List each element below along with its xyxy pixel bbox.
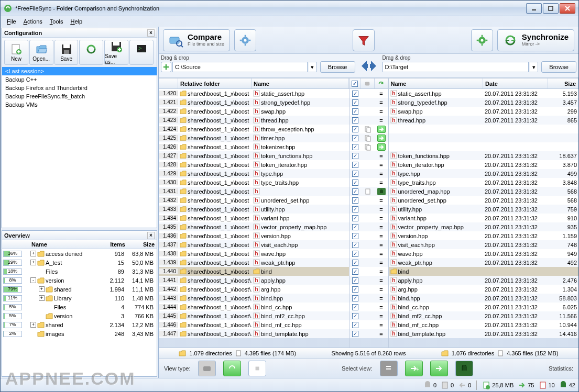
menu-file[interactable]: File [4, 17, 19, 26]
row-checkbox[interactable] [352, 313, 358, 319]
action-row[interactable]: = [349, 285, 388, 294]
table-row[interactable]: hbind_cc.hpp20.07.2011 23:31:326.025 [389, 303, 579, 311]
synchronize-button[interactable]: SynchronizeMirror -> [497, 29, 574, 51]
right-path-dropdown[interactable]: ▾ [530, 62, 538, 72]
action-row[interactable]: = [349, 303, 388, 311]
action-row[interactable]: = [349, 320, 388, 329]
configuration-list[interactable]: <Last session>Backup C++Backup Firefox a… [2, 67, 157, 228]
row-checkbox[interactable] [352, 126, 358, 132]
grid-right-body[interactable]: hstatic_assert.hpp20.07.2011 23:31:325.1… [389, 89, 579, 348]
row-checkbox[interactable] [352, 215, 358, 221]
action-row[interactable]: = [349, 267, 388, 276]
table-row[interactable]: hutility.hpp20.07.2011 23:31:32759 [389, 205, 579, 214]
table-row[interactable]: 1.426shared\boost_1_x\boosthtokenizer.hp… [159, 142, 349, 151]
table-row[interactable]: 1.436shared\boost_1_x\boosthversion.hpp [159, 231, 349, 240]
action-row[interactable]: = [349, 89, 388, 98]
action-row[interactable]: = [349, 160, 388, 169]
overview-row[interactable]: 5%version3766 KB [2, 311, 157, 320]
row-checkbox[interactable] [352, 99, 358, 106]
table-row[interactable]: htoken_functions.hpp20.07.2011 23:31:321… [389, 151, 579, 160]
checkbox-header-icon[interactable] [352, 81, 358, 87]
table-row[interactable]: hunordered_map.hpp20.07.2011 23:31:32568 [389, 187, 579, 196]
filter-button[interactable] [353, 29, 375, 51]
overview-row[interactable]: 11%+Library1101,48 MB [2, 294, 157, 303]
table-row[interactable]: 1.442shared\boost_1_x\boost\...harg.hpp [159, 285, 349, 294]
row-checkbox[interactable] [352, 322, 358, 328]
overview-row[interactable]: 36%+access denied91863,8 MB [2, 249, 157, 258]
table-row[interactable] [389, 142, 579, 151]
table-row[interactable]: 1.447shared\boost_1_x\boost\...hbind_tem… [159, 329, 349, 338]
table-row[interactable]: 1.441shared\boost_1_x\boost\...happly.hp… [159, 276, 349, 285]
compare-settings-button[interactable] [234, 29, 256, 51]
table-row[interactable]: 1.425shared\boost_1_x\boosthtimer.hpp [159, 133, 349, 142]
table-row[interactable]: 1.439shared\boost_1_x\boosthweak_ptr.hpp [159, 258, 349, 267]
table-row[interactable]: 1.431shared\boost_1_x\boosth [159, 187, 349, 196]
table-row[interactable]: 1.421shared\boost_1_x\boosthstrong_typed… [159, 98, 349, 107]
row-checkbox[interactable] [352, 108, 358, 115]
table-row[interactable]: hvector_property_map.hpp20.07.2011 23:31… [389, 222, 579, 231]
table-row[interactable]: 1.428shared\boost_1_x\boosthtoken_iterat… [159, 160, 349, 169]
table-row[interactable]: 1.422shared\boost_1_x\boosthswap.hpp [159, 107, 349, 116]
table-row[interactable]: 1.446shared\boost_1_x\boost\...hbind_mf_… [159, 320, 349, 329]
table-row[interactable]: hwave.hpp20.07.2011 23:31:32949 [389, 249, 579, 258]
maximize-button[interactable] [543, 3, 559, 14]
table-row[interactable]: 1.430shared\boost_1_x\boosthtype_traits.… [159, 178, 349, 187]
action-row[interactable]: = [349, 294, 388, 303]
row-checkbox[interactable] [352, 277, 358, 284]
action-row[interactable]: = [349, 249, 388, 258]
table-row[interactable]: 1.435shared\boost_1_x\boosthvector_prope… [159, 222, 349, 231]
table-row[interactable] [389, 133, 579, 142]
table-row[interactable]: hvisit_each.hpp20.07.2011 23:31:32748 [389, 240, 579, 249]
action-row[interactable] [349, 133, 388, 142]
table-row[interactable]: hthread.hpp20.07.2011 23:31:32865 [389, 116, 579, 125]
action-row[interactable]: = [349, 169, 388, 178]
action-row[interactable]: = [349, 240, 388, 249]
row-checkbox[interactable] [352, 135, 358, 141]
table-row[interactable]: htype_traits.hpp20.07.2011 23:31:323.848 [389, 178, 579, 187]
panel-close-icon[interactable]: × [147, 29, 155, 37]
right-path-input[interactable] [383, 62, 529, 72]
overview-row[interactable]: 29%+A_test1550,0 MB [2, 258, 157, 267]
row-checkbox[interactable] [352, 304, 358, 310]
expander-icon[interactable]: + [30, 251, 36, 256]
action-row[interactable]: = [349, 178, 388, 187]
table-row[interactable]: 1.434shared\boost_1_x\boosthvariant.hpp [159, 214, 349, 222]
overview-header-name[interactable]: Name [29, 240, 104, 249]
table-row[interactable]: htoken_iterator.hpp20.07.2011 23:31:323.… [389, 160, 579, 169]
left-browse-button[interactable]: Browse [320, 61, 355, 73]
table-row[interactable]: 1.444shared\boost_1_x\boost\...hbind_cc.… [159, 303, 349, 311]
config-item[interactable]: Backup Firefox and Thunderbird [2, 84, 157, 92]
table-row[interactable]: htype.hpp20.07.2011 23:31:32499 [389, 169, 579, 178]
table-row[interactable]: 1.420shared\boost_1_x\boosthstatic_asser… [159, 89, 349, 98]
row-checkbox[interactable] [352, 233, 358, 239]
open-button[interactable]: Open... [29, 40, 53, 65]
menu-tools[interactable]: Tools [47, 17, 67, 26]
action-row[interactable] [349, 142, 388, 151]
table-row[interactable] [389, 125, 579, 133]
config-item[interactable]: <Last session> [2, 67, 157, 75]
view-type-action-button[interactable] [223, 361, 241, 376]
col-name-right[interactable]: Name [389, 79, 484, 88]
row-checkbox[interactable] [352, 153, 358, 159]
category-header-icon[interactable] [364, 81, 371, 87]
close-button[interactable] [560, 3, 575, 14]
row-checkbox[interactable] [352, 295, 358, 301]
action-row[interactable]: = [349, 98, 388, 107]
view-type-category-button[interactable] [198, 361, 216, 376]
table-row[interactable]: hunordered_set.hpp20.07.2011 23:31:32568 [389, 196, 579, 205]
menu-help[interactable]: Help [68, 17, 86, 26]
table-row[interactable]: 1.423shared\boost_1_x\boosththread.hpp [159, 116, 349, 125]
expander-icon[interactable]: + [39, 295, 45, 301]
row-checkbox[interactable] [352, 224, 358, 230]
panel-close-icon[interactable]: × [147, 232, 155, 239]
action-row[interactable]: = [349, 205, 388, 214]
sync-config-button[interactable] [79, 40, 103, 65]
table-row[interactable]: 1.438shared\boost_1_x\boosthwave.hpp [159, 249, 349, 258]
row-checkbox[interactable] [352, 197, 358, 204]
left-path-dropdown[interactable]: ▾ [309, 62, 317, 72]
table-row[interactable]: bind [389, 267, 579, 276]
sync-settings-button[interactable] [471, 29, 493, 51]
table-row[interactable]: hvariant.hpp20.07.2011 23:31:32910 [389, 214, 579, 222]
row-checkbox[interactable] [352, 206, 358, 212]
action-row[interactable]: = [349, 196, 388, 205]
